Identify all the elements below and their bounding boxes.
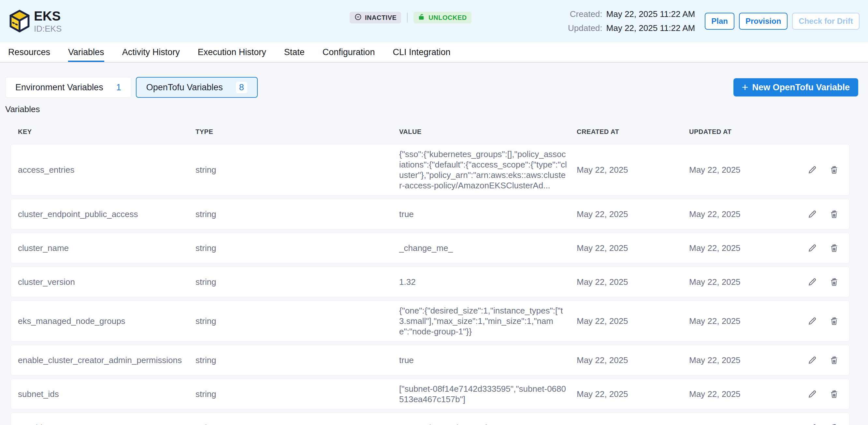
page-title: EKS bbox=[34, 9, 62, 23]
created-label: Created: bbox=[568, 9, 602, 19]
tab-execution-history[interactable]: Execution History bbox=[198, 42, 266, 62]
pencil-icon bbox=[807, 423, 817, 425]
pencil-icon bbox=[807, 209, 817, 219]
pencil-icon bbox=[807, 355, 817, 365]
trash-icon bbox=[830, 316, 839, 326]
subtab-opentofu-variables[interactable]: OpenTofu Variables 8 bbox=[136, 77, 258, 98]
trash-icon bbox=[830, 165, 839, 174]
pencil-icon bbox=[807, 316, 817, 326]
variable-created-at: May 22, 2025 bbox=[577, 209, 689, 219]
column-header-updated-at: UPDATED AT bbox=[689, 128, 802, 135]
variable-created-at: May 22, 2025 bbox=[577, 355, 689, 365]
edit-variable-button[interactable] bbox=[807, 355, 817, 365]
variable-type: string bbox=[195, 243, 399, 253]
created-value: May 22, 2025 11:22 AM bbox=[607, 9, 695, 19]
plan-button[interactable]: Plan bbox=[705, 13, 735, 30]
variable-key: vpc_id bbox=[18, 423, 195, 425]
variable-key: enable_cluster_creator_admin_permissions bbox=[18, 355, 195, 365]
trash-icon bbox=[830, 210, 839, 219]
variable-type: string bbox=[195, 389, 399, 399]
edit-variable-button[interactable] bbox=[807, 316, 817, 326]
delete-variable-button[interactable] bbox=[830, 210, 839, 219]
workspace-id: ID:EKS bbox=[34, 24, 62, 34]
variable-updated-at: May 22, 2025 bbox=[689, 277, 802, 287]
edit-variable-button[interactable] bbox=[807, 277, 817, 287]
delete-variable-button[interactable] bbox=[830, 243, 839, 252]
tab-configuration[interactable]: Configuration bbox=[322, 42, 375, 62]
edit-variable-button[interactable] bbox=[807, 389, 817, 399]
tab-resources[interactable]: Resources bbox=[8, 42, 50, 62]
variable-created-at: May 22, 2025 bbox=[577, 423, 689, 425]
variable-value: true bbox=[399, 209, 577, 219]
edit-variable-button[interactable] bbox=[807, 423, 817, 425]
delete-variable-button[interactable] bbox=[830, 390, 839, 399]
variables-table: access_entries string {"sso":{"kubernete… bbox=[10, 144, 850, 425]
variable-value: {"one":{"desired_size":1,"instance_types… bbox=[399, 305, 577, 337]
variable-key: eks_managed_node_groups bbox=[18, 316, 195, 326]
tab-state[interactable]: State bbox=[284, 42, 305, 62]
delete-variable-button[interactable] bbox=[830, 356, 839, 365]
variable-created-at: May 22, 2025 bbox=[577, 277, 689, 287]
edit-variable-button[interactable] bbox=[807, 243, 817, 253]
column-header-created-at: CREATED AT bbox=[577, 128, 689, 135]
trash-icon bbox=[830, 356, 839, 365]
status-badge: INACTIVE bbox=[350, 12, 401, 24]
table-row: subnet_ids string ["subnet-08f14e7142d33… bbox=[10, 379, 850, 409]
variable-value: {"sso":{"kubernetes_groups":[],"policy_a… bbox=[399, 149, 577, 191]
environment-variables-count: 1 bbox=[116, 83, 121, 93]
table-row: enable_cluster_creator_admin_permissions… bbox=[10, 345, 850, 375]
subtab-environment-variables[interactable]: Environment Variables 1 bbox=[5, 77, 131, 98]
trash-icon bbox=[830, 277, 839, 286]
delete-variable-button[interactable] bbox=[830, 277, 839, 286]
variable-key: cluster_endpoint_public_access bbox=[18, 209, 195, 219]
workspace-tab-bar: Resources Variables Activity History Exe… bbox=[0, 42, 868, 63]
trash-icon bbox=[830, 390, 839, 399]
provision-button[interactable]: Provision bbox=[739, 13, 787, 30]
table-row: cluster_endpoint_public_access string tr… bbox=[10, 199, 850, 230]
variable-key: cluster_version bbox=[18, 277, 195, 287]
variable-created-at: May 22, 2025 bbox=[577, 164, 689, 175]
check-for-drift-button[interactable]: Check for Drift bbox=[792, 13, 860, 30]
pencil-icon bbox=[807, 243, 817, 253]
variable-updated-at: May 22, 2025 bbox=[689, 243, 802, 253]
delete-variable-button[interactable] bbox=[830, 423, 839, 425]
delete-variable-button[interactable] bbox=[830, 316, 839, 326]
variable-created-at: May 22, 2025 bbox=[577, 389, 689, 399]
tab-activity-history[interactable]: Activity History bbox=[122, 42, 180, 62]
status-badges: INACTIVE UNLOCKED bbox=[350, 12, 471, 24]
new-opentofu-variable-button[interactable]: + New OpenTofu Variable bbox=[734, 78, 858, 96]
opentofu-variables-count: 8 bbox=[236, 82, 247, 93]
variable-type: string bbox=[195, 277, 399, 287]
variable-key: access_entries bbox=[18, 164, 195, 175]
pencil-icon bbox=[807, 389, 817, 399]
updated-value: May 22, 2025 11:22 AM bbox=[607, 23, 695, 33]
table-row: cluster_version string 1.32 May 22, 2025… bbox=[10, 267, 850, 297]
circle-minus-icon bbox=[354, 13, 362, 23]
column-header-key: KEY bbox=[18, 128, 195, 135]
pencil-icon bbox=[807, 277, 817, 287]
variable-type: string bbox=[195, 316, 399, 326]
variable-key: subnet_ids bbox=[18, 389, 195, 399]
trash-icon bbox=[830, 243, 839, 252]
table-row: access_entries string {"sso":{"kubernete… bbox=[10, 144, 850, 195]
column-header-value: VALUE bbox=[399, 128, 577, 135]
plus-icon: + bbox=[742, 82, 748, 93]
variable-updated-at: May 22, 2025 bbox=[689, 164, 802, 175]
variable-type: string bbox=[195, 209, 399, 219]
variable-updated-at: May 22, 2025 bbox=[689, 389, 802, 399]
variable-type: string bbox=[195, 423, 399, 425]
tab-variables[interactable]: Variables bbox=[68, 42, 104, 62]
variable-updated-at: May 22, 2025 bbox=[689, 355, 802, 365]
trash-icon bbox=[830, 423, 839, 425]
variable-type: string bbox=[195, 164, 399, 175]
variable-updated-at: May 22, 2025 bbox=[689, 209, 802, 219]
variable-key: cluster_name bbox=[18, 243, 195, 253]
tab-cli-integration[interactable]: CLI Integration bbox=[393, 42, 450, 62]
column-header-type: TYPE bbox=[195, 128, 399, 135]
table-row: cluster_name string _change_me_ May 22, … bbox=[10, 233, 850, 263]
delete-variable-button[interactable] bbox=[830, 165, 839, 174]
edit-variable-button[interactable] bbox=[807, 209, 817, 219]
variable-updated-at: May 22, 2025 bbox=[689, 316, 802, 326]
workspace-header: EKS ID:EKS INACTIVE UNLOCKED Created: bbox=[0, 0, 868, 42]
edit-variable-button[interactable] bbox=[807, 165, 817, 175]
